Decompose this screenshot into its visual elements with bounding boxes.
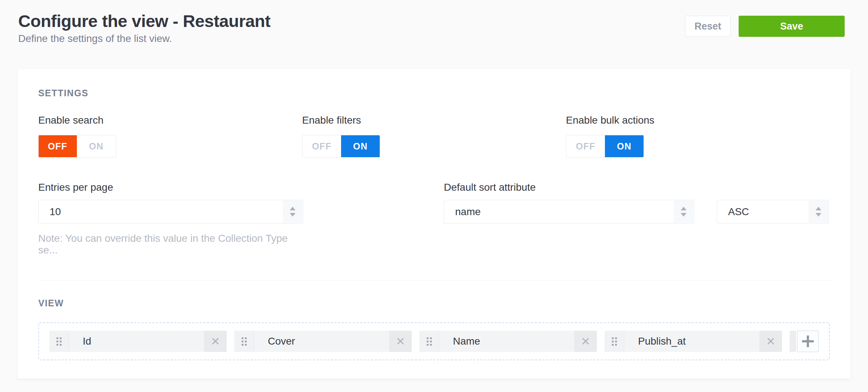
enable-bulk-actions-group: Enable bulk actions OFF ON [566,115,830,158]
field-chip-label: Id [69,331,204,352]
sort-order-value: ASC [728,206,749,218]
field-drop-zone: Id ✕ Cover ✕ Name ✕ Publish_at ✕ [38,322,830,360]
entries-per-page-value: 10 [50,206,61,218]
field-chip-publish-at[interactable]: Publish_at ✕ [605,331,782,352]
sort-attribute-value: name [455,206,481,218]
drag-dots-icon [427,337,432,346]
entries-per-page-select[interactable]: 10 [38,200,303,224]
remove-field-icon[interactable]: ✕ [759,331,782,352]
arrow-down-icon [681,213,687,217]
page-title: Configure the view - Restaurant [18,11,270,31]
reset-button[interactable]: Reset [685,16,731,37]
drag-dots-icon [242,337,247,346]
field-chip-id[interactable]: Id ✕ [49,331,227,352]
header-actions: Reset Save [685,16,845,37]
drag-handle-icon[interactable] [49,331,69,352]
entries-per-page-label: Entries per page [38,182,303,193]
enable-filters-on-option[interactable]: ON [341,135,380,158]
remove-field-icon[interactable]: ✕ [204,331,227,352]
default-sort-group: Default sort attribute name ASC [444,182,829,256]
spinner-arrows-icon[interactable] [283,201,302,223]
add-field-button[interactable] [797,330,819,352]
enable-search-group: Enable search OFF ON [38,115,302,158]
arrow-up-icon [290,207,296,210]
enable-bulk-actions-label: Enable bulk actions [566,115,830,126]
field-chip-label: Name [439,331,574,352]
settings-card: SETTINGS Enable search OFF ON Enable fil… [17,69,851,379]
enable-filters-group: Enable filters OFF ON [302,115,566,158]
field-chip-label: Cover [254,331,389,352]
sort-attribute-select[interactable]: name [444,200,694,224]
selects-row: Entries per page 10 Note: You can overri… [38,182,830,256]
view-section-title: VIEW [38,298,830,308]
enable-bulk-actions-toggle[interactable]: OFF ON [566,135,644,158]
default-sort-selects: name ASC [444,193,829,224]
arrow-down-icon [290,213,296,217]
spinner-arrows-icon[interactable] [674,201,693,223]
enable-search-on-option[interactable]: ON [77,135,116,158]
page-header: Configure the view - Restaurant Define t… [0,0,868,45]
page-subtitle: Define the settings of the list view. [18,32,270,45]
enable-filters-label: Enable filters [302,115,566,126]
save-button[interactable]: Save [739,16,845,37]
remove-field-icon[interactable]: ✕ [389,331,412,352]
enable-bulk-actions-off-option[interactable]: OFF [566,135,605,158]
field-chip-cover[interactable]: Cover ✕ [234,331,412,352]
enable-bulk-actions-on-option[interactable]: ON [605,135,644,158]
enable-search-label: Enable search [38,115,302,126]
field-chip-label: Publish_at [624,331,759,352]
toggle-row: Enable search OFF ON Enable filters OFF … [38,115,830,158]
section-divider [38,280,830,281]
enable-filters-off-option[interactable]: OFF [302,135,341,158]
drag-dots-icon [56,337,62,346]
remove-field-icon[interactable]: ✕ [574,331,597,352]
add-field-group [790,330,819,352]
drag-handle-icon[interactable] [419,331,439,352]
field-chip-name[interactable]: Name ✕ [419,331,597,352]
arrow-up-icon [681,207,687,210]
drag-handle-icon[interactable] [234,331,254,352]
drag-handle-icon[interactable] [605,331,624,352]
enable-search-toggle[interactable]: OFF ON [38,135,116,158]
default-sort-label: Default sort attribute [444,182,829,193]
spinner-arrows-icon[interactable] [809,201,828,223]
sort-order-select[interactable]: ASC [717,200,829,224]
add-field-stub [790,331,796,352]
entries-per-page-group: Entries per page 10 Note: You can overri… [38,182,303,256]
entries-per-page-note: Note: You can override this value in the… [38,233,303,256]
settings-section-title: SETTINGS [38,88,830,98]
enable-search-off-option[interactable]: OFF [38,135,77,158]
drag-dots-icon [612,337,617,346]
arrow-up-icon [816,207,821,210]
page-heading-block: Configure the view - Restaurant Define t… [18,11,270,45]
enable-filters-toggle[interactable]: OFF ON [302,135,380,158]
arrow-down-icon [816,213,821,217]
